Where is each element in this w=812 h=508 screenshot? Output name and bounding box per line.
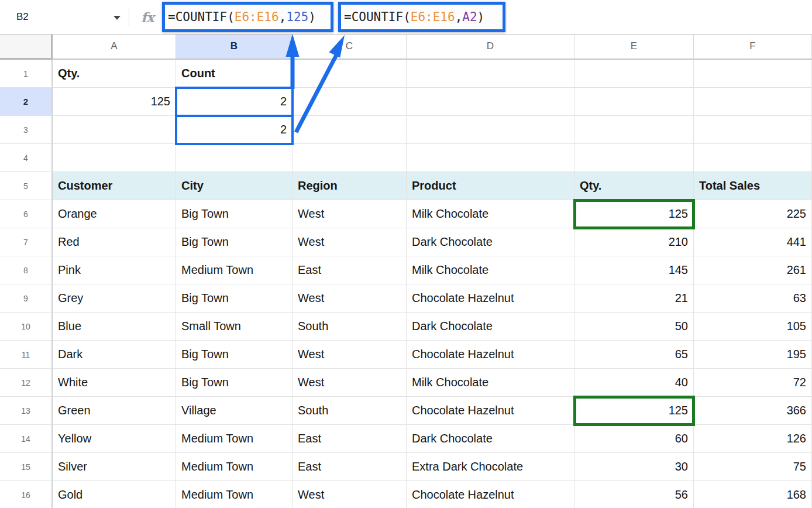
row-header-2[interactable]: 2 <box>0 88 53 116</box>
row-header-7[interactable]: 7 <box>0 228 53 256</box>
cell-E4[interactable] <box>574 144 694 172</box>
cell-F3[interactable] <box>694 116 812 144</box>
cell-D3[interactable] <box>407 116 574 144</box>
cell-D6[interactable]: Milk Chocolate <box>407 200 574 228</box>
cell-F4[interactable] <box>694 144 812 172</box>
cell-B12[interactable]: Big Town <box>176 369 293 397</box>
cell-C9[interactable]: West <box>293 284 407 313</box>
cell-E9[interactable]: 21 <box>574 284 694 313</box>
cell-A1[interactable]: Qty. <box>53 60 176 88</box>
cell-C1[interactable] <box>293 60 407 88</box>
chevron-down-icon[interactable] <box>113 16 121 20</box>
cell-C3[interactable] <box>293 116 407 144</box>
cell-A3[interactable] <box>53 116 176 144</box>
cell-A5[interactable]: Customer <box>53 172 176 200</box>
cell-C2[interactable] <box>293 88 407 116</box>
cell-B3[interactable]: 2 <box>176 116 293 144</box>
cell-F5[interactable]: Total Sales <box>694 172 812 200</box>
column-header-C[interactable]: C <box>293 34 407 60</box>
cell-E13[interactable]: 125 <box>574 397 694 425</box>
cell-F8[interactable]: 261 <box>694 256 812 284</box>
cell-C16[interactable]: West <box>293 481 407 508</box>
cell-B9[interactable]: Big Town <box>176 284 293 313</box>
cell-A13[interactable]: Green <box>53 397 176 425</box>
cell-E5[interactable]: Qty. <box>574 172 694 200</box>
row-header-8[interactable]: 8 <box>0 256 53 284</box>
cell-A9[interactable]: Grey <box>53 284 176 313</box>
function-icon[interactable]: fx <box>141 9 154 25</box>
cell-C7[interactable]: West <box>293 228 407 256</box>
cell-B2[interactable]: 2 <box>176 88 293 116</box>
row-header-6[interactable]: 6 <box>0 200 53 228</box>
cell-D12[interactable]: Milk Chocolate <box>407 369 574 397</box>
cell-A10[interactable]: Blue <box>53 313 176 341</box>
cell-F13[interactable]: 366 <box>694 397 812 425</box>
formula-callout-1[interactable]: =COUNTIF(E6:E16,125) <box>162 2 333 32</box>
cell-E12[interactable]: 40 <box>574 369 694 397</box>
row-header-16[interactable]: 16 <box>0 481 53 508</box>
cell-E14[interactable]: 60 <box>574 425 694 453</box>
cell-F12[interactable]: 72 <box>694 369 812 397</box>
cell-F16[interactable]: 168 <box>694 481 812 508</box>
cell-C13[interactable]: South <box>293 397 407 425</box>
cell-E1[interactable] <box>574 60 694 88</box>
cell-F10[interactable]: 105 <box>694 313 812 341</box>
row-header-15[interactable]: 15 <box>0 453 53 481</box>
cell-B7[interactable]: Big Town <box>176 228 293 256</box>
cell-B16[interactable]: Medium Town <box>176 481 293 508</box>
cell-A6[interactable]: Orange <box>53 200 176 228</box>
cell-D8[interactable]: Milk Chocolate <box>407 256 574 284</box>
cell-D16[interactable]: Chocolate Hazelnut <box>407 481 574 508</box>
cell-C5[interactable]: Region <box>293 172 407 200</box>
cell-B1[interactable]: Count <box>176 60 293 88</box>
cell-B13[interactable]: Village <box>176 397 293 425</box>
row-header-9[interactable]: 9 <box>0 284 53 313</box>
cell-C6[interactable]: West <box>293 200 407 228</box>
cell-A11[interactable]: Dark <box>53 341 176 369</box>
cell-B10[interactable]: Small Town <box>176 313 293 341</box>
cell-B5[interactable]: City <box>176 172 293 200</box>
row-header-3[interactable]: 3 <box>0 116 53 144</box>
cell-D11[interactable]: Chocolate Hazelnut <box>407 341 574 369</box>
cell-E3[interactable] <box>574 116 694 144</box>
cell-B8[interactable]: Medium Town <box>176 256 293 284</box>
row-header-1[interactable]: 1 <box>0 60 53 88</box>
cell-E15[interactable]: 30 <box>574 453 694 481</box>
cell-C15[interactable]: East <box>293 453 407 481</box>
cell-B6[interactable]: Big Town <box>176 200 293 228</box>
cell-C12[interactable]: West <box>293 369 407 397</box>
cell-E11[interactable]: 65 <box>574 341 694 369</box>
cell-A14[interactable]: Yellow <box>53 425 176 453</box>
cell-D1[interactable] <box>407 60 574 88</box>
cell-B11[interactable]: Big Town <box>176 341 293 369</box>
row-header-13[interactable]: 13 <box>0 397 53 425</box>
cell-A7[interactable]: Red <box>53 228 176 256</box>
cell-F1[interactable] <box>694 60 812 88</box>
column-header-F[interactable]: F <box>694 34 812 60</box>
column-header-B[interactable]: B <box>176 34 293 60</box>
cell-F2[interactable] <box>694 88 812 116</box>
cell-D2[interactable] <box>407 88 574 116</box>
select-all-corner[interactable] <box>0 34 53 60</box>
cell-C10[interactable]: South <box>293 313 407 341</box>
cell-A8[interactable]: Pink <box>53 256 176 284</box>
row-header-10[interactable]: 10 <box>0 313 53 341</box>
cell-A12[interactable]: White <box>53 369 176 397</box>
cell-C4[interactable] <box>293 144 407 172</box>
row-header-14[interactable]: 14 <box>0 425 53 453</box>
cell-F9[interactable]: 63 <box>694 284 812 313</box>
row-header-11[interactable]: 11 <box>0 341 53 369</box>
cell-D10[interactable]: Dark Chocolate <box>407 313 574 341</box>
cell-E8[interactable]: 145 <box>574 256 694 284</box>
column-header-D[interactable]: D <box>407 34 574 60</box>
cell-E16[interactable]: 56 <box>574 481 694 508</box>
cell-B4[interactable] <box>176 144 293 172</box>
cell-A2[interactable]: 125 <box>53 88 176 116</box>
row-header-12[interactable]: 12 <box>0 369 53 397</box>
cell-A4[interactable] <box>53 144 176 172</box>
cell-D14[interactable]: Dark Chocolate <box>407 425 574 453</box>
cell-D13[interactable]: Chocolate Hazelnut <box>407 397 574 425</box>
cell-C8[interactable]: East <box>293 256 407 284</box>
cell-E10[interactable]: 50 <box>574 313 694 341</box>
cell-B15[interactable]: Medium Town <box>176 453 293 481</box>
